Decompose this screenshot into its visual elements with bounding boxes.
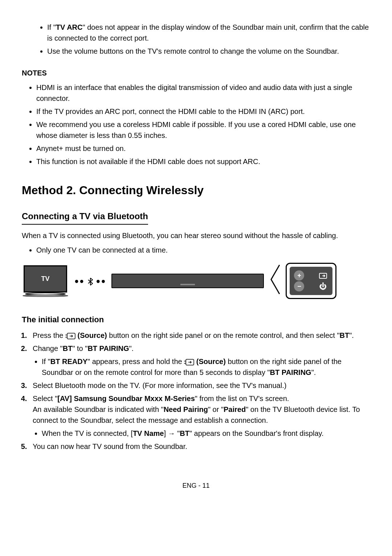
bold-text: BT	[340, 331, 350, 339]
step-4: Select "[AV] Samsung Soundbar Mxxx M-Ser…	[29, 393, 370, 439]
text: An available Soundbar is indicated with …	[33, 405, 164, 413]
notes-heading: NOTES	[22, 68, 370, 78]
bold-text: (Source)	[196, 357, 226, 365]
note-item: This function is not available if the HD…	[36, 156, 370, 167]
method-2-heading: Method 2. Connecting Wirelessly	[22, 181, 370, 199]
text: Select "	[33, 394, 57, 402]
bold-text: BT	[180, 429, 189, 437]
minus-icon: −	[294, 281, 304, 291]
step-1: Press the (Source) button on the right s…	[29, 330, 370, 341]
bluetooth-icon: ●● ●●	[74, 275, 106, 286]
text: " or "	[208, 405, 224, 413]
bold-text: BT PAIRING	[270, 368, 311, 376]
text: ".	[349, 331, 354, 339]
bold-text: BT READY	[50, 357, 87, 365]
bold-text: TV ARC	[56, 23, 83, 31]
text: Press the	[33, 331, 65, 339]
text: ] → "	[164, 429, 180, 437]
bold-text: [AV] Samsung Soundbar Mxxx M-Series	[57, 394, 195, 402]
step-2-sub-item: If "BT READY" appears, press and hold th…	[42, 356, 370, 378]
text: When the TV is connected, [	[42, 429, 133, 437]
text: " appears, press and hold the	[87, 357, 184, 365]
text: If "	[47, 23, 56, 31]
top-bullet-list: If "TV ARC" does not appear in the displ…	[47, 22, 370, 57]
bold-text: BT	[63, 344, 73, 352]
text: button on the right side panel or on the…	[107, 331, 340, 339]
tv-stand-icon	[22, 293, 69, 297]
initial-connection-heading: The initial connection	[22, 314, 370, 326]
step-3: Select Bluetooth mode on the TV. (For mo…	[29, 380, 370, 391]
bracket-icon	[269, 263, 280, 299]
step-5: You can now hear TV sound from the Sound…	[29, 441, 370, 452]
notes-list: HDMI is an interface that enables the di…	[36, 82, 370, 167]
steps-list: Press the (Source) button on the right s…	[29, 330, 370, 452]
source-icon	[318, 270, 328, 281]
text: Change "	[33, 344, 63, 352]
note-item: If the TV provides an ARC port, connect …	[36, 106, 370, 117]
top-bullet-1: If "TV ARC" does not appear in the displ…	[47, 22, 370, 44]
text: If "	[42, 357, 50, 365]
bluetooth-intro: When a TV is connected using Bluetooth, …	[22, 230, 370, 241]
top-bullet-2: Use the volume buttons on the TV's remot…	[47, 46, 370, 57]
bold-text: TV Name	[133, 429, 164, 437]
connection-diagram: TV ●● ●● + − ⏻	[22, 263, 370, 299]
text: ".	[129, 344, 134, 352]
step-4-sub-list: When the TV is connected, [TV Name] → "B…	[42, 428, 370, 439]
tv-illustration: TV	[22, 265, 69, 297]
svg-point-0	[25, 293, 65, 295]
svg-point-1	[23, 295, 68, 297]
bluetooth-sub-item: Only one TV can be connected at a time.	[36, 245, 370, 255]
text: " from the list on TV's screen.	[195, 394, 289, 402]
source-button-icon	[184, 359, 194, 365]
plus-icon: +	[294, 270, 304, 281]
text: " appears on the Soundbar's front displa…	[189, 429, 324, 437]
step-2-sub-list: If "BT READY" appears, press and hold th…	[42, 356, 370, 378]
bold-text: (Source)	[78, 331, 107, 339]
note-item: We recommend you use a coreless HDMI cab…	[36, 119, 370, 141]
text: ".	[311, 368, 316, 376]
tv-label: TV	[41, 274, 49, 284]
bluetooth-sub-list: Only one TV can be connected at a time.	[36, 245, 370, 255]
control-panel-illustration: + − ⏻	[286, 263, 336, 299]
step-4-sub-item: When the TV is connected, [TV Name] → "B…	[42, 428, 370, 439]
tv-box: TV	[24, 265, 67, 293]
power-icon: ⏻	[318, 281, 328, 291]
note-item: HDMI is an interface that enables the di…	[36, 82, 370, 104]
step-2: Change "BT" to "BT PAIRING". If "BT READ…	[29, 343, 370, 378]
bluetooth-heading: Connecting a TV via Bluetooth	[22, 210, 148, 225]
bold-text: Need Pairing	[164, 405, 208, 413]
text: " to "	[72, 344, 87, 352]
bold-text: BT PAIRING	[87, 344, 129, 352]
note-item: Anynet+ must be turned on.	[36, 143, 370, 154]
text: " does not appear in the display window …	[47, 23, 369, 42]
bluetooth-symbol-icon	[87, 278, 93, 286]
soundbar-illustration	[111, 274, 264, 288]
page-footer: ENG - 11	[22, 481, 370, 491]
bold-text: Paired	[224, 405, 246, 413]
source-button-icon	[65, 333, 75, 339]
